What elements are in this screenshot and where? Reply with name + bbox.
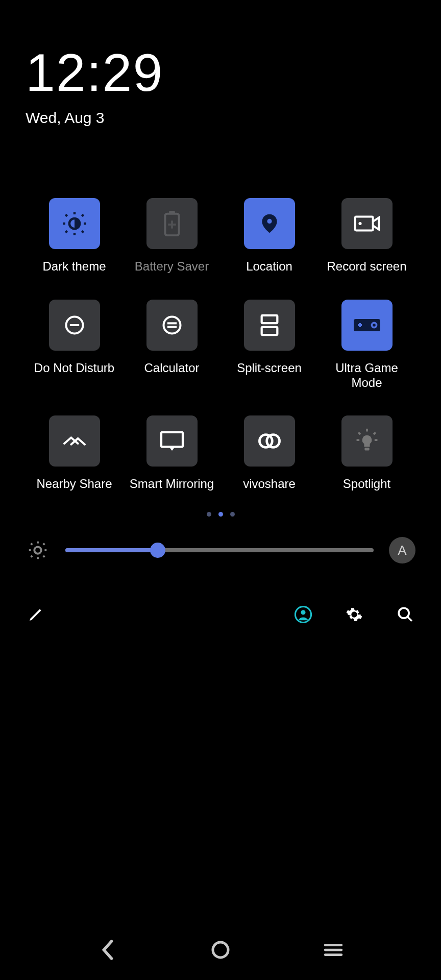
tile-record-screen-label: Record screen [327,259,406,274]
nav-back-button[interactable] [95,938,120,962]
nearby-share-icon [49,415,100,467]
auto-brightness-button[interactable]: A [389,537,415,564]
edit-button[interactable] [26,604,46,625]
tile-location-label: Location [246,259,292,274]
nav-recent-button[interactable] [321,938,346,962]
quick-settings-grid: Dark theme Battery Saver Location [26,198,415,492]
svg-line-49 [408,617,412,621]
tile-spotlight[interactable]: Spotlight [318,415,415,492]
dark-theme-icon [49,198,100,249]
tile-record-screen[interactable]: Record screen [318,198,415,274]
tile-location[interactable]: Location [220,198,318,274]
svg-rect-27 [161,432,183,447]
tile-smart-mirroring[interactable]: Smart Mirroring [123,415,220,492]
dnd-icon [49,300,100,351]
svg-rect-30 [364,448,369,451]
page-dot [230,512,235,517]
brightness-control: A [26,537,415,564]
cast-icon [146,415,198,467]
calculator-icon [146,300,198,351]
tile-calculator-label: Calculator [144,361,199,376]
svg-line-40 [43,556,45,557]
svg-point-13 [267,219,272,224]
brightness-fill [65,548,158,552]
svg-line-32 [358,433,360,435]
tile-battery-saver[interactable]: Battery Saver [123,198,220,274]
svg-line-44 [43,544,45,545]
page-indicator [26,512,415,517]
brightness-thumb[interactable] [150,543,165,558]
tile-battery-saver-label: Battery Saver [135,259,209,274]
page-dot-active [218,512,223,517]
nav-home-button[interactable] [208,938,233,962]
split-screen-icon [244,300,295,351]
tile-split-screen[interactable]: Split-screen [220,300,318,390]
svg-line-8 [82,214,83,216]
tile-smart-mirroring-label: Smart Mirroring [130,477,214,492]
tile-ultra-game-mode[interactable]: Ultra Game Mode [318,300,415,390]
tile-dnd-label: Do Not Disturb [34,361,114,376]
svg-rect-14 [355,217,373,231]
svg-line-33 [374,433,376,435]
camcorder-icon [341,198,393,249]
tile-do-not-disturb[interactable]: Do Not Disturb [26,300,123,390]
svg-point-46 [301,610,305,615]
svg-line-3 [65,214,67,216]
tile-ultra-game-label: Ultra Game Mode [321,361,413,390]
tile-calculator[interactable]: Calculator [123,300,220,390]
panel-actions-row [26,604,415,625]
svg-rect-10 [169,211,175,214]
page-dot [207,512,211,517]
svg-point-48 [399,608,409,618]
tile-dark-theme[interactable]: Dark theme [26,198,123,274]
svg-point-18 [163,316,180,333]
svg-point-50 [213,942,228,958]
svg-point-47 [352,613,356,617]
svg-line-4 [82,231,83,232]
tile-dark-theme-label: Dark theme [42,259,106,274]
quick-settings-panel: 12:29 Wed, Aug 3 Dark theme [0,0,441,980]
vivoshare-icon [244,415,295,467]
tile-vivoshare-label: vivoshare [243,477,296,492]
gamepad-icon [341,300,393,351]
svg-point-36 [34,547,41,553]
brightness-min-icon [26,538,50,562]
settings-button[interactable] [344,604,364,625]
tile-nearby-share-label: Nearby Share [36,477,112,492]
tile-nearby-share[interactable]: Nearby Share [26,415,123,492]
tile-split-screen-label: Split-screen [237,361,302,376]
location-icon [244,198,295,249]
svg-point-15 [358,222,361,225]
clock-date: Wed, Aug 3 [26,109,415,127]
svg-line-7 [65,231,67,232]
bulb-icon [341,415,393,467]
clock-time: 12:29 [26,46,415,99]
system-nav-bar [0,938,441,962]
svg-rect-21 [261,315,277,323]
tile-spotlight-label: Spotlight [343,477,390,492]
svg-line-39 [31,544,33,545]
tile-vivoshare[interactable]: vivoshare [220,415,318,492]
search-button[interactable] [395,604,415,625]
svg-line-43 [31,556,33,557]
user-profile-button[interactable] [293,604,313,625]
battery-icon [146,198,198,249]
svg-rect-22 [261,327,277,335]
brightness-slider[interactable] [65,548,374,552]
